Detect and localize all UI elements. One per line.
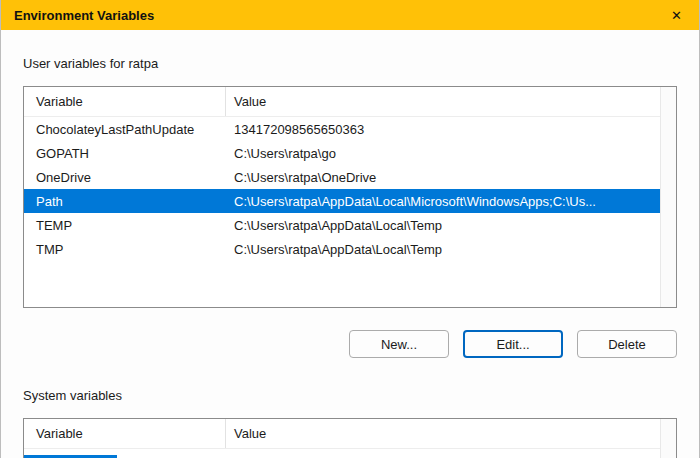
system-variables-table: Variable Value [23, 418, 677, 458]
cell-variable: Path [24, 189, 226, 213]
dialog-content: User variables for ratpa Variable Value … [1, 30, 699, 458]
close-icon: ✕ [671, 8, 682, 23]
table-row[interactable]: TEMP C:\Users\ratpa\AppData\Local\Temp [24, 213, 660, 237]
table-row[interactable]: GOPATH C:\Users\ratpa\go [24, 141, 660, 165]
column-header-variable[interactable]: Variable [24, 419, 226, 448]
cell-variable: OneDrive [24, 165, 226, 189]
column-header-value[interactable]: Value [226, 87, 660, 116]
cell-value: C:\Users\ratpa\AppData\Local\Microsoft\W… [226, 189, 660, 213]
user-table-header: Variable Value [24, 87, 676, 117]
window-title: Environment Variables [14, 8, 154, 23]
system-variables-label: System variables [23, 388, 675, 404]
cell-variable: TEMP [24, 213, 226, 237]
vertical-scrollbar[interactable] [660, 419, 676, 458]
user-variables-label: User variables for ratpa [23, 56, 675, 72]
titlebar[interactable]: Environment Variables ✕ [1, 0, 699, 30]
vertical-scrollbar[interactable] [660, 87, 676, 307]
cell-value: C:\Users\ratpa\OneDrive [226, 165, 660, 189]
cell-variable: TMP [24, 237, 226, 261]
table-row[interactable]: ChocolateyLastPathUpdate 134172098565650… [24, 117, 660, 141]
user-variables-table: Variable Value ChocolateyLastPathUpdate … [23, 86, 677, 308]
table-row[interactable]: OneDrive C:\Users\ratpa\OneDrive [24, 165, 660, 189]
new-button[interactable]: New... [349, 330, 449, 358]
cell-variable: ChocolateyLastPathUpdate [24, 117, 226, 141]
cell-value: C:\Users\ratpa\go [226, 141, 660, 165]
system-table-header: Variable Value [24, 419, 676, 449]
close-button[interactable]: ✕ [654, 0, 699, 30]
table-row[interactable]: TMP C:\Users\ratpa\AppData\Local\Temp [24, 237, 660, 261]
environment-variables-dialog: Environment Variables ✕ User variables f… [0, 0, 700, 458]
column-header-value[interactable]: Value [226, 419, 660, 448]
cell-value: C:\Users\ratpa\AppData\Local\Temp [226, 237, 660, 261]
cell-value: 134172098565650363 [226, 117, 660, 141]
table-row-selected[interactable]: Path C:\Users\ratpa\AppData\Local\Micros… [24, 189, 660, 213]
delete-button[interactable]: Delete [577, 330, 677, 358]
column-header-variable[interactable]: Variable [24, 87, 226, 116]
edit-button[interactable]: Edit... [463, 330, 563, 358]
user-variables-buttons: New... Edit... Delete [23, 330, 677, 358]
user-table-body: ChocolateyLastPathUpdate 134172098565650… [24, 117, 676, 261]
cell-variable: GOPATH [24, 141, 226, 165]
cell-value: C:\Users\ratpa\AppData\Local\Temp [226, 213, 660, 237]
